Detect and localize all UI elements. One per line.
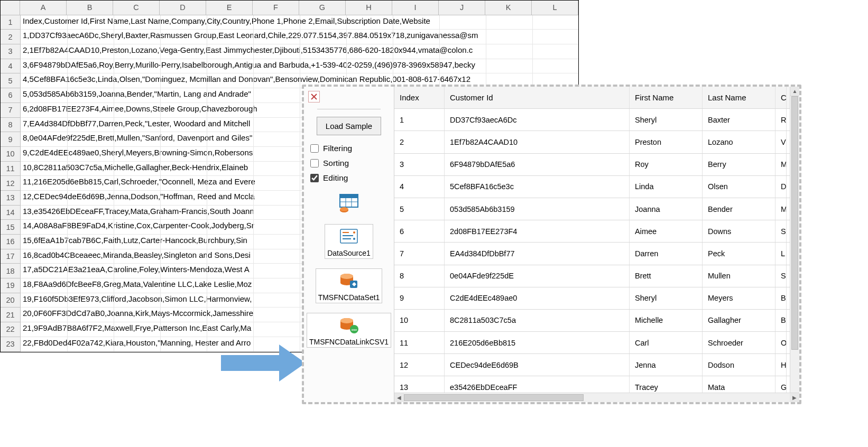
table-cell[interactable]: Jenna [630, 354, 703, 376]
table-cell[interactable]: 216E205d6eBb815 [445, 332, 630, 353]
horizontal-scrollbar[interactable]: ◀ ▶ [394, 393, 799, 402]
col-header-index[interactable]: Index [394, 87, 445, 108]
table-cell[interactable]: Meyers [703, 287, 775, 309]
row-header[interactable]: 16 [1, 235, 21, 249]
table-cell[interactable]: 2 [394, 131, 445, 153]
table-cell[interactable]: Gallagher [703, 310, 775, 331]
table-cell[interactable]: Bender [703, 198, 775, 220]
vertical-scrollbar[interactable]: ▲ [790, 87, 799, 393]
row-header[interactable]: 6 [1, 88, 21, 103]
table-cell[interactable]: O [775, 332, 787, 353]
cell-content[interactable]: Index,Customer Id,First Name,Last Name,C… [21, 15, 578, 30]
table-cell[interactable]: 1 [394, 109, 445, 131]
row-header[interactable]: 17 [1, 249, 21, 264]
table-cell[interactable]: 5 [394, 198, 445, 220]
row-header[interactable]: 15 [1, 220, 21, 235]
row-header[interactable]: 21 [1, 308, 21, 322]
table-cell[interactable]: 5Cef8BFA16c5e3c [445, 176, 630, 198]
table-cell[interactable]: Tracey [630, 376, 703, 393]
table-row[interactable]: 21Ef7b82A4CAAD10PrestonLozanoV [394, 131, 790, 153]
table-cell[interactable]: CEDec94deE6d69B [445, 354, 630, 376]
col-header[interactable]: C [113, 1, 160, 15]
datalink-component[interactable]: csv TMSFNCDataLinkCSV1 [307, 313, 391, 348]
table-cell[interactable]: Michelle [630, 310, 703, 331]
col-header[interactable]: K [485, 1, 532, 15]
table-cell[interactable]: 12 [394, 354, 445, 376]
col-header[interactable]: J [439, 1, 485, 15]
table-cell[interactable]: EA4d384DfDbBf77 [445, 243, 630, 264]
close-icon[interactable] [308, 91, 320, 103]
table-cell[interactable]: 13 [394, 376, 445, 393]
col-header-first-name[interactable]: First Name [630, 87, 703, 108]
table-cell[interactable]: 0e04AFde9f225dE [445, 265, 630, 287]
table-cell[interactable]: 4 [394, 176, 445, 198]
table-row[interactable]: 1DD37Cf93aecA6DcSherylBaxterR [394, 109, 790, 131]
table-cell[interactable]: 9 [394, 287, 445, 309]
table-cell[interactable]: Mullen [703, 265, 775, 287]
table-cell[interactable]: Aimee [630, 220, 703, 242]
table-row[interactable]: 45Cef8BFA16c5e3cLindaOlsenD [394, 176, 790, 198]
col-header-cut[interactable]: C [775, 87, 787, 108]
table-cell[interactable]: Olsen [703, 176, 775, 198]
row-header[interactable]: 10 [1, 147, 21, 162]
table-cell[interactable]: H [775, 354, 787, 376]
cell-content[interactable]: 2,1Ef7b82A4CAAD10,Preston,Lozano,Vega-Ge… [21, 44, 578, 59]
row-header[interactable]: 4 [1, 59, 21, 74]
row-header[interactable]: 13 [1, 191, 21, 206]
scroll-right-icon[interactable]: ▶ [790, 393, 799, 402]
table-row[interactable]: 9C2dE4dEEc489ae0SherylMeyersB [394, 287, 790, 310]
row-header[interactable]: 19 [1, 278, 21, 293]
editing-checkbox[interactable]: Editing [308, 173, 390, 183]
col-header[interactable]: L [532, 1, 578, 15]
filtering-checkbox[interactable]: Filtering [308, 144, 390, 153]
table-cell[interactable]: 11 [394, 332, 445, 353]
table-cell[interactable]: Lozano [703, 131, 775, 153]
table-row[interactable]: 80e04AFde9f225dEBrettMullenS [394, 265, 790, 287]
table-cell[interactable]: 1Ef7b82A4CAAD10 [445, 131, 630, 153]
table-cell[interactable]: Baxter [703, 109, 775, 131]
scroll-up-icon[interactable]: ▲ [790, 87, 799, 96]
col-header-customer-id[interactable]: Customer Id [445, 87, 630, 108]
table-cell[interactable]: 7 [394, 243, 445, 264]
table-cell[interactable]: 8C2811a503C7c5a [445, 310, 630, 331]
table-cell[interactable]: 053d585Ab6b3159 [445, 198, 630, 220]
table-cell[interactable]: D [775, 176, 787, 198]
table-cell[interactable]: 10 [394, 310, 445, 331]
table-cell[interactable]: L [775, 243, 787, 264]
grid-component-icon[interactable] [338, 193, 360, 215]
table-cell[interactable]: Linda [630, 176, 703, 198]
row-header[interactable]: 8 [1, 118, 21, 133]
table-cell[interactable]: Peck [703, 243, 775, 264]
datasource-component[interactable]: DataSource1 [325, 224, 373, 259]
table-row[interactable]: 36F94879bDAfE5a6RoyBerryM [394, 154, 790, 176]
table-cell[interactable]: 2d08FB17EE273F4 [445, 220, 630, 242]
table-cell[interactable]: Dodson [703, 354, 775, 376]
table-cell[interactable]: S [775, 265, 787, 287]
table-row[interactable]: 108C2811a503C7c5aMichelleGallagherB [394, 310, 790, 332]
row-header[interactable]: 12 [1, 176, 21, 191]
table-row[interactable]: 7EA4d384DfDbBf77DarrenPeckL [394, 243, 790, 265]
scroll-thumb[interactable] [791, 96, 798, 350]
table-cell[interactable]: Brett [630, 265, 703, 287]
table-cell[interactable]: Darren [630, 243, 703, 264]
table-row[interactable]: 13e35426EbDEceaFFTraceyMataG [394, 376, 790, 393]
row-header[interactable]: 11 [1, 162, 21, 176]
col-header[interactable]: D [160, 1, 206, 15]
col-header[interactable]: H [346, 1, 392, 15]
table-cell[interactable]: Downs [703, 220, 775, 242]
col-header-last-name[interactable]: Last Name [703, 87, 775, 108]
table-cell[interactable]: 6F94879bDAfE5a6 [445, 154, 630, 175]
cell-content[interactable]: 1,DD37Cf93aecA6Dc,Sheryl,Baxter,Rasmusse… [21, 30, 578, 44]
table-cell[interactable]: G [775, 376, 787, 393]
row-header[interactable]: 20 [1, 293, 21, 308]
col-header[interactable]: F [253, 1, 299, 15]
table-row[interactable]: 62d08FB17EE273F4AimeeDownsS [394, 220, 790, 243]
col-header[interactable]: E [206, 1, 253, 15]
table-cell[interactable]: B [775, 310, 787, 331]
col-header[interactable]: G [299, 1, 346, 15]
table-cell[interactable]: Carl [630, 332, 703, 353]
table-cell[interactable]: R [775, 109, 787, 131]
row-header[interactable]: 5 [1, 73, 21, 88]
col-header[interactable]: A [20, 1, 67, 15]
cell-content[interactable]: 3,6F94879bDAfE5a6,Roy,Berry,Murillo-Perr… [21, 59, 578, 74]
